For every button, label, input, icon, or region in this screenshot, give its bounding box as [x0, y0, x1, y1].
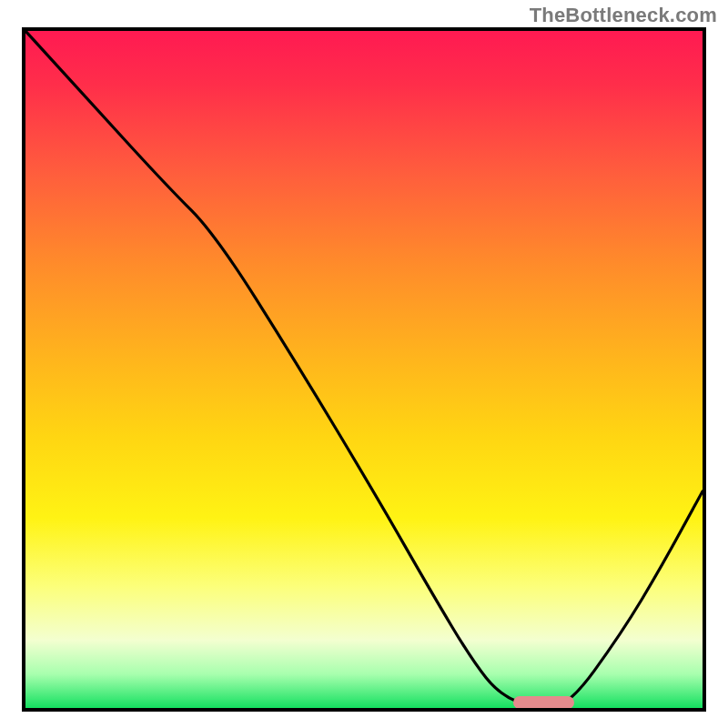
curve-svg — [25, 31, 703, 708]
watermark-text: TheBottleneck.com — [530, 4, 717, 27]
chart-frame — [22, 27, 706, 712]
chart-container: TheBottleneck.com — [0, 0, 728, 728]
minimum-marker — [513, 696, 574, 709]
curve-path — [25, 31, 703, 708]
